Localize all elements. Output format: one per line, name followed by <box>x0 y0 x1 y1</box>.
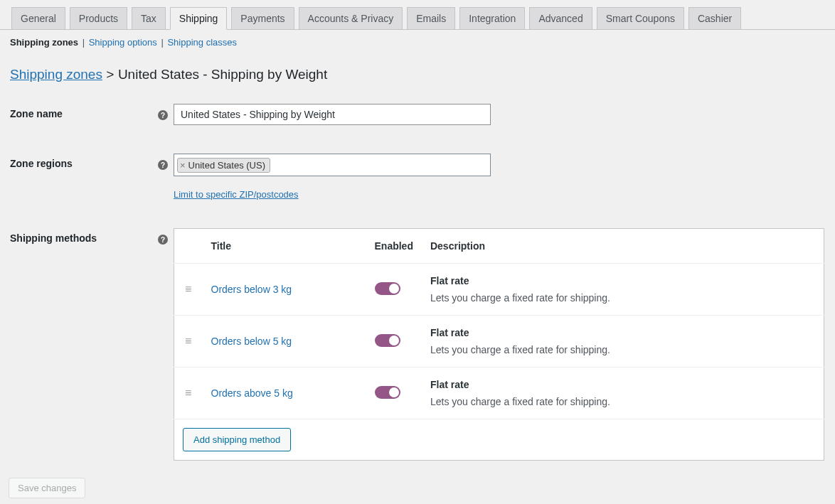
limit-zip-link[interactable]: Limit to specific ZIP/postcodes <box>174 189 299 200</box>
enabled-toggle[interactable] <box>375 334 400 347</box>
tab-tax[interactable]: Tax <box>132 7 166 29</box>
subnav-shipping-zones[interactable]: Shipping zones <box>10 37 78 48</box>
breadcrumb: Shipping zones > United States - Shippin… <box>0 55 835 104</box>
shipping-methods-label: Shipping methods ? <box>10 228 174 244</box>
method-title-link[interactable]: Orders below 3 kg <box>211 284 292 295</box>
region-tag-label: United States (US) <box>188 160 265 171</box>
tab-integration[interactable]: Integration <box>459 7 525 29</box>
column-title: Title <box>203 229 366 264</box>
method-desc-title: Flat rate <box>430 275 815 286</box>
zone-regions-label: Zone regions ? <box>10 154 174 169</box>
tab-shipping[interactable]: Shipping <box>170 7 228 30</box>
add-shipping-method-button[interactable]: Add shipping method <box>183 428 291 451</box>
save-changes-button[interactable]: Save changes <box>9 478 85 498</box>
method-desc-text: Lets you charge a fixed rate for shippin… <box>430 292 815 304</box>
tab-advanced[interactable]: Advanced <box>529 7 592 29</box>
tab-cashier[interactable]: Cashier <box>688 7 741 29</box>
drag-handle-icon[interactable]: ≡ <box>185 283 191 295</box>
breadcrumb-separator: > <box>106 67 114 82</box>
drag-handle-icon[interactable]: ≡ <box>185 387 191 399</box>
help-icon[interactable]: ? <box>158 235 168 245</box>
column-enabled: Enabled <box>366 229 422 264</box>
tab-emails[interactable]: Emails <box>407 7 455 29</box>
breadcrumb-link[interactable]: Shipping zones <box>10 67 102 82</box>
remove-tag-icon[interactable]: × <box>180 161 186 170</box>
table-row: ≡ Orders below 5 kg Flat rate Lets you c… <box>174 316 824 368</box>
table-row: ≡ Orders below 3 kg Flat rate Lets you c… <box>174 264 824 316</box>
column-description: Description <box>422 229 824 264</box>
subnav-shipping-options[interactable]: Shipping options <box>89 37 157 48</box>
breadcrumb-title: United States - Shipping by Weight <box>118 67 327 82</box>
method-desc-text: Lets you charge a fixed rate for shippin… <box>430 396 815 407</box>
help-icon[interactable]: ? <box>158 110 168 120</box>
zone-name-label: Zone name ? <box>10 104 174 119</box>
method-title-link[interactable]: Orders below 5 kg <box>211 336 292 347</box>
method-desc-title: Flat rate <box>430 379 815 390</box>
tab-payments[interactable]: Payments <box>231 7 294 29</box>
subnav-shipping-classes[interactable]: Shipping classes <box>167 37 237 48</box>
tab-smart-coupons[interactable]: Smart Coupons <box>597 7 684 29</box>
method-desc-title: Flat rate <box>430 327 815 338</box>
separator: | <box>161 37 166 48</box>
separator: | <box>83 37 87 48</box>
shipping-methods-table: Title Enabled Description ≡ Orders below… <box>174 228 824 461</box>
region-tag: × United States (US) <box>177 158 270 173</box>
enabled-toggle[interactable] <box>375 386 400 399</box>
method-desc-text: Lets you charge a fixed rate for shippin… <box>430 344 815 355</box>
shipping-subnav: Shipping zones | Shipping options | Ship… <box>0 30 835 55</box>
method-title-link[interactable]: Orders above 5 kg <box>211 387 293 399</box>
drag-handle-icon[interactable]: ≡ <box>185 335 191 347</box>
zone-name-input[interactable] <box>174 104 491 125</box>
table-row: ≡ Orders above 5 kg Flat rate Lets you c… <box>174 368 824 419</box>
tab-general[interactable]: General <box>11 7 65 29</box>
help-icon[interactable]: ? <box>158 160 168 170</box>
enabled-toggle[interactable] <box>375 282 400 295</box>
settings-tabs: General Products Tax Shipping Payments A… <box>0 0 835 30</box>
tab-products[interactable]: Products <box>70 7 127 29</box>
tab-accounts-privacy[interactable]: Accounts & Privacy <box>299 7 403 29</box>
zone-regions-input[interactable]: × United States (US) <box>174 154 491 176</box>
